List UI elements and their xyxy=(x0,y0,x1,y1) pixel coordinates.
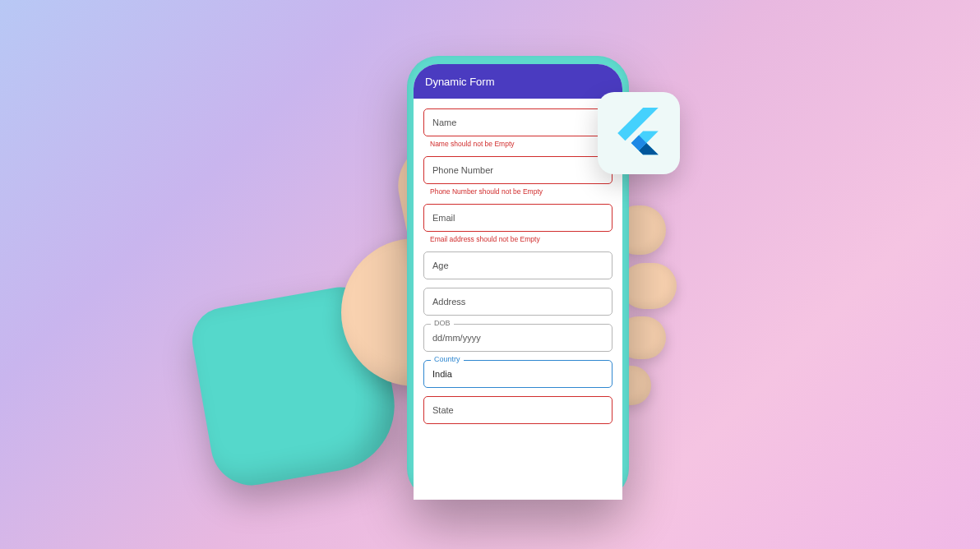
finger-shape xyxy=(621,263,677,309)
country-value: India xyxy=(432,369,452,379)
app-bar: Dynamic Form xyxy=(414,64,622,99)
flutter-icon xyxy=(617,108,660,159)
input-placeholder: Name xyxy=(432,118,456,127)
address-input[interactable]: Address xyxy=(423,288,612,316)
input-placeholder: Age xyxy=(432,261,449,270)
email-field-group: Email Email address should not be Empty xyxy=(423,204,612,243)
phone-field-group: Phone Number Phone Number should not be … xyxy=(423,156,612,196)
dob-field-group: DOB dd/mm/yyyy xyxy=(423,324,612,352)
email-input[interactable]: Email xyxy=(423,204,612,232)
dob-input[interactable]: DOB dd/mm/yyyy xyxy=(423,324,612,352)
age-field-group: Age xyxy=(423,251,612,279)
dob-label: DOB xyxy=(431,319,454,327)
form-container: Name Name should not be Empty Phone Numb… xyxy=(414,99,622,424)
name-field-group: Name Name should not be Empty xyxy=(423,108,612,148)
state-field-group: State xyxy=(423,396,612,424)
state-input[interactable]: State xyxy=(423,396,612,424)
flutter-logo-badge xyxy=(598,92,680,174)
input-placeholder: Phone Number xyxy=(432,165,493,175)
email-error-text: Email address should not be Empty xyxy=(430,235,612,243)
country-label: Country xyxy=(431,355,464,363)
age-input[interactable]: Age xyxy=(423,251,612,279)
country-field-group: Country India xyxy=(423,360,612,388)
phone-error-text: Phone Number should not be Empty xyxy=(430,187,612,196)
address-field-group: Address xyxy=(423,288,612,316)
app-bar-title: Dynamic Form xyxy=(425,76,495,88)
input-placeholder: State xyxy=(432,405,454,415)
input-placeholder: Email xyxy=(432,213,455,223)
input-placeholder: Address xyxy=(432,297,465,307)
phone-screen: Dynamic Form Name Name should not be Emp… xyxy=(414,64,622,500)
phone-input[interactable]: Phone Number xyxy=(423,156,612,184)
dob-value: dd/mm/yyyy xyxy=(432,333,481,343)
name-input[interactable]: Name xyxy=(423,108,612,136)
country-input[interactable]: Country India xyxy=(423,360,612,388)
phone-device: Dynamic Form Name Name should not be Emp… xyxy=(407,56,629,500)
name-error-text: Name should not be Empty xyxy=(430,140,612,148)
